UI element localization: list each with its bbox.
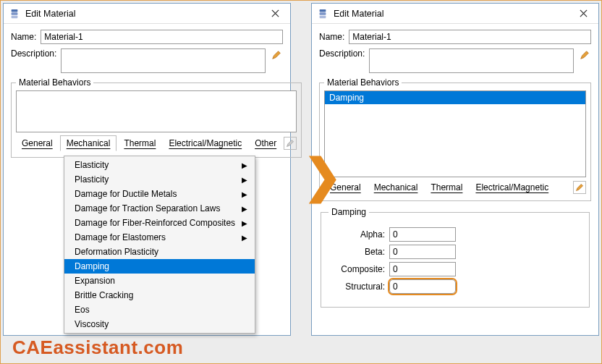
app-icon	[9, 9, 20, 19]
tab-general[interactable]: General	[16, 136, 59, 151]
behavior-damping[interactable]: Damping	[325, 91, 585, 104]
behaviors-legend: Material Behaviors	[324, 77, 402, 88]
edit-description-button[interactable]	[578, 48, 591, 62]
menu-plasticity[interactable]: Plasticity▶	[64, 172, 255, 187]
submenu-arrow-icon: ▶	[242, 205, 247, 213]
material-behaviors-group: Material Behaviors General Mechanical Th…	[11, 77, 302, 158]
delete-behavior-button[interactable]	[573, 181, 586, 194]
titlebar: Edit Material	[312, 4, 598, 24]
svg-rect-4	[320, 12, 326, 15]
description-label: Description:	[11, 48, 56, 59]
tab-mechanical[interactable]: Mechanical	[368, 180, 424, 195]
menu-deformation-plasticity[interactable]: Deformation Plasticity	[64, 245, 255, 259]
structural-label: Structural:	[328, 282, 385, 292]
behaviors-list[interactable]	[16, 90, 297, 132]
structural-input[interactable]	[389, 279, 456, 294]
menu-damping[interactable]: Damping	[64, 259, 255, 274]
name-input[interactable]	[41, 30, 283, 44]
submenu-arrow-icon: ▶	[242, 234, 247, 242]
edit-description-button[interactable]	[270, 48, 283, 62]
damping-group: Damping Alpha: Beta: Composite: Structur…	[321, 207, 590, 308]
svg-rect-2	[12, 15, 18, 18]
svg-rect-3	[320, 9, 326, 12]
alpha-label: Alpha:	[328, 229, 385, 240]
menu-viscosity[interactable]: Viscosity	[64, 317, 255, 331]
tab-thermal[interactable]: Thermal	[118, 136, 161, 151]
mechanical-menu: Elasticity▶ Plasticity▶ Damage for Ducti…	[64, 156, 255, 334]
edit-material-dialog-right: Edit Material Name: Description: Materia…	[311, 3, 599, 336]
menu-damage-fiber[interactable]: Damage for Fiber-Reinforced Composites▶	[64, 216, 255, 230]
damping-legend: Damping	[328, 207, 369, 217]
tabs-bar: General Mechanical Thermal Electrical/Ma…	[16, 135, 297, 151]
beta-label: Beta:	[328, 247, 385, 257]
menu-brittle-cracking[interactable]: Brittle Cracking	[64, 288, 255, 302]
dialog-title: Edit Material	[25, 9, 264, 19]
name-input[interactable]	[349, 30, 591, 44]
composite-label: Composite:	[328, 264, 385, 274]
tabs-bar: General Mechanical Thermal Electrical/Ma…	[324, 180, 586, 195]
menu-eos[interactable]: Eos	[64, 302, 255, 317]
description-label: Description:	[319, 48, 365, 59]
close-button[interactable]	[264, 6, 286, 22]
watermark: CAEassistant.com	[12, 337, 183, 359]
behaviors-legend: Material Behaviors	[16, 77, 93, 88]
tab-thermal[interactable]: Thermal	[425, 180, 468, 195]
name-label: Name:	[319, 32, 344, 42]
svg-rect-1	[12, 12, 18, 15]
menu-damage-traction[interactable]: Damage for Traction Separation Laws▶	[64, 201, 255, 216]
tab-electrical[interactable]: Electrical/Magnetic	[163, 136, 247, 151]
menu-damage-ductile[interactable]: Damage for Ductile Metals▶	[64, 187, 255, 201]
behaviors-list[interactable]: Damping	[324, 90, 586, 177]
submenu-arrow-icon: ▶	[242, 161, 247, 169]
tab-other[interactable]: Other	[249, 136, 282, 151]
tab-electrical[interactable]: Electrical/Magnetic	[470, 180, 554, 195]
description-input[interactable]	[61, 48, 266, 73]
name-label: Name:	[11, 32, 36, 42]
submenu-arrow-icon: ▶	[242, 219, 247, 227]
beta-input[interactable]	[389, 245, 456, 259]
svg-rect-0	[12, 9, 18, 12]
app-icon	[318, 9, 328, 19]
menu-damage-elastomers[interactable]: Damage for Elastomers▶	[64, 230, 255, 245]
material-behaviors-group: Material Behaviors Damping General Mecha…	[319, 77, 591, 201]
delete-behavior-button[interactable]	[284, 137, 297, 150]
composite-input[interactable]	[389, 262, 456, 276]
submenu-arrow-icon: ▶	[242, 190, 247, 198]
dialog-title: Edit Material	[334, 9, 572, 19]
tab-mechanical[interactable]: Mechanical	[60, 135, 117, 151]
menu-expansion[interactable]: Expansion	[64, 274, 255, 288]
edit-material-dialog-left: Edit Material Name: Description: Materia…	[3, 3, 291, 336]
description-input[interactable]	[369, 48, 574, 73]
menu-elasticity[interactable]: Elasticity▶	[64, 158, 255, 172]
alpha-input[interactable]	[389, 227, 456, 242]
submenu-arrow-icon: ▶	[242, 176, 247, 184]
titlebar: Edit Material	[4, 4, 290, 24]
svg-rect-5	[320, 15, 326, 18]
sequence-arrow-icon: ❯	[303, 149, 342, 203]
close-button[interactable]	[572, 6, 594, 22]
